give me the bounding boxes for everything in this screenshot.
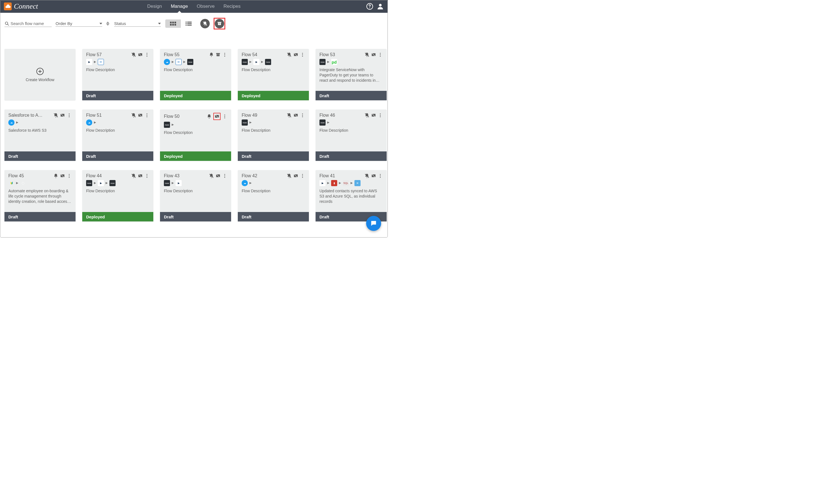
glyph-row: now▶now <box>242 59 305 65</box>
screen-off-icon[interactable] <box>214 114 219 119</box>
more-icon[interactable] <box>378 113 383 118</box>
nav-tab-design[interactable]: Design <box>143 0 166 12</box>
card-icons <box>364 52 383 57</box>
screen-off-icon[interactable] <box>371 173 376 178</box>
screen-off-icon[interactable] <box>138 52 143 57</box>
flow-card[interactable]: Flow 46 now Flow Description Draft <box>315 110 387 161</box>
svg-line-4 <box>7 24 9 25</box>
app-logo[interactable]: Connect <box>0 0 40 13</box>
screen-off-icon[interactable] <box>371 52 376 57</box>
bell-off-icon[interactable] <box>131 52 136 57</box>
svg-point-93 <box>302 174 303 175</box>
flow-card[interactable]: Flow 55 ☁✉now Flow Description Deployed <box>160 49 231 100</box>
bell-off-icon[interactable] <box>287 173 292 178</box>
flow-card[interactable]: Flow 53 nowpd Integrate ServiceNow with … <box>315 49 387 100</box>
create-workflow-card[interactable]: Create Workflow <box>4 49 76 100</box>
flow-card[interactable]: Flow 42 ☁ Flow Description Draft <box>238 170 309 221</box>
bell-off-icon[interactable] <box>209 173 214 178</box>
flow-card[interactable]: Flow 54 now▶now Flow Description Deploye… <box>238 49 309 100</box>
flow-card[interactable]: Flow 45 🔰◯ Automate employee on-boarding… <box>4 170 76 221</box>
screen-off-icon[interactable] <box>293 173 298 178</box>
glyph-cloud: ☁ <box>8 120 14 126</box>
card-body: Salesforce to AWS… ☁ Salesforce to AWS S… <box>4 110 76 151</box>
glyph-now: now <box>109 180 116 186</box>
view-toggle <box>165 19 197 28</box>
grid-view-button[interactable] <box>165 19 181 28</box>
svg-point-27 <box>147 56 148 57</box>
card-title: Flow 45 <box>8 173 24 178</box>
user-icon[interactable] <box>377 3 384 10</box>
flow-card[interactable]: Flow 50 now Flow Description Deployed <box>160 110 231 161</box>
bell-off-icon[interactable] <box>364 173 369 178</box>
flow-card[interactable]: Flow 44 now▶now Flow Description Deploye… <box>82 170 153 221</box>
more-icon[interactable] <box>378 52 383 57</box>
svg-point-77 <box>69 177 70 178</box>
svg-point-41 <box>380 53 381 54</box>
orderby-dropdown[interactable]: Order By <box>56 20 102 27</box>
bell-off-icon[interactable] <box>287 113 292 118</box>
status-label: Status <box>114 21 126 26</box>
flow-card[interactable]: Flow 43 now▶ Flow Description Draft <box>160 170 231 221</box>
more-icon[interactable] <box>222 114 227 119</box>
nav-tab-recipes[interactable]: Recipes <box>219 0 245 12</box>
help-icon[interactable] <box>366 3 373 10</box>
search-field[interactable] <box>4 20 52 27</box>
more-icon[interactable] <box>144 113 149 118</box>
more-icon[interactable] <box>144 52 149 57</box>
more-icon[interactable] <box>222 52 227 57</box>
more-icon[interactable] <box>300 52 305 57</box>
bell-off-icon[interactable] <box>287 52 292 57</box>
screen-off-icon[interactable] <box>60 113 65 118</box>
bell-off-icon[interactable] <box>364 113 369 118</box>
more-icon[interactable] <box>67 113 72 118</box>
svg-point-70 <box>380 114 381 114</box>
archive-icon[interactable] <box>216 52 221 57</box>
more-icon[interactable] <box>67 173 72 178</box>
glyph-outlook: ✉ <box>175 59 182 65</box>
bell-icon[interactable] <box>209 52 214 57</box>
card-body: Flow 42 ☁ Flow Description <box>238 170 309 212</box>
card-title: Salesforce to AWS… <box>8 113 45 118</box>
svg-rect-9 <box>172 24 174 25</box>
more-icon[interactable] <box>222 173 227 178</box>
flow-card[interactable]: Flow 41 ▶▮SQL≋ Updated contacts synced t… <box>315 170 387 221</box>
screen-off-icon[interactable] <box>293 113 298 118</box>
screen-off-icon[interactable] <box>138 113 143 118</box>
screen-off-icon[interactable] <box>60 173 65 178</box>
archive-all-button[interactable] <box>215 19 224 28</box>
bell-icon[interactable] <box>53 173 58 178</box>
flow-grid: Create Workflow Flow 57 ▶✉ Flow Descript… <box>0 32 388 224</box>
flow-card[interactable]: Flow 51 ☁ Flow Description Draft <box>82 110 153 161</box>
flow-card[interactable]: Salesforce to AWS… ☁ Salesforce to AWS S… <box>4 110 76 161</box>
more-icon[interactable] <box>144 173 149 178</box>
glyph-row: now <box>242 120 305 126</box>
more-icon[interactable] <box>300 173 305 178</box>
nav-tab-manage[interactable]: Manage <box>166 0 192 12</box>
nav-tab-observe[interactable]: Observe <box>192 0 219 12</box>
screen-off-icon[interactable] <box>371 113 376 118</box>
flow-card[interactable]: Flow 49 now Flow Description Draft <box>238 110 309 161</box>
screen-off-icon[interactable] <box>216 173 221 178</box>
bell-off-icon[interactable] <box>131 113 136 118</box>
list-view-button[interactable] <box>181 19 197 28</box>
screen-off-icon[interactable] <box>138 173 143 178</box>
flow-card[interactable]: Flow 57 ▶✉ Flow Description Draft <box>82 49 153 100</box>
mute-all-button[interactable] <box>200 19 210 28</box>
card-description: Flow Description <box>164 67 227 73</box>
card-title: Flow 46 <box>319 113 335 118</box>
search-input[interactable] <box>11 21 50 26</box>
status-dropdown[interactable]: Status <box>114 20 161 27</box>
svg-point-72 <box>380 117 381 117</box>
bell-off-icon[interactable] <box>364 52 369 57</box>
bell-icon[interactable] <box>207 114 212 119</box>
bell-off-icon[interactable] <box>131 173 136 178</box>
screen-off-icon[interactable] <box>293 52 298 57</box>
svg-point-58 <box>224 115 225 115</box>
more-icon[interactable] <box>300 113 305 118</box>
caret-right-icon <box>261 61 263 63</box>
sort-direction-toggle[interactable] <box>106 21 110 26</box>
bell-off-icon[interactable] <box>53 113 58 118</box>
status-badge: Draft <box>238 212 309 221</box>
chat-fab[interactable] <box>366 216 381 231</box>
more-icon[interactable] <box>378 173 383 178</box>
